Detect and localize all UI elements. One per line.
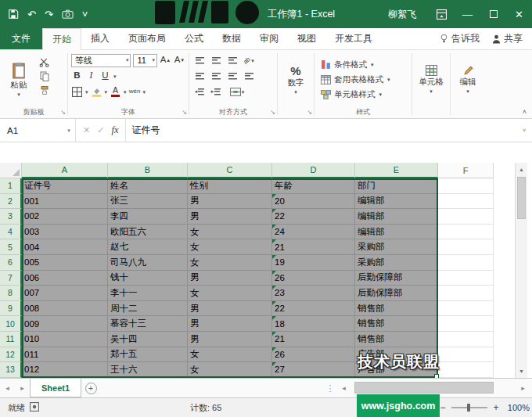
cell[interactable]: 年龄: [272, 178, 355, 194]
zoom-slider-thumb[interactable]: [467, 404, 470, 412]
cell[interactable]: 编辑部: [355, 209, 438, 225]
cell[interactable]: [438, 209, 494, 225]
scroll-up-icon[interactable]: ▲: [516, 164, 527, 175]
cell[interactable]: 男: [188, 301, 272, 317]
column-header[interactable]: F: [438, 163, 494, 178]
cell[interactable]: 男: [188, 209, 272, 225]
conditional-formatting-button[interactable]: 条件格式▾: [317, 57, 409, 72]
cell[interactable]: 郑十五: [108, 347, 188, 363]
cell[interactable]: 21: [272, 332, 355, 347]
align-right-icon[interactable]: [225, 70, 239, 82]
cell[interactable]: 吴十四: [108, 332, 188, 347]
save-icon[interactable]: [8, 9, 19, 20]
tab-file[interactable]: 文件: [0, 28, 42, 49]
cell[interactable]: 男: [188, 271, 272, 286]
column-header[interactable]: A: [22, 163, 108, 178]
column-header[interactable]: D: [272, 163, 355, 178]
cell[interactable]: [438, 362, 494, 378]
row-header[interactable]: 9: [0, 301, 22, 317]
cells-button[interactable]: 单元格 ▾: [415, 52, 448, 106]
font-color-icon[interactable]: A: [110, 86, 121, 98]
cell[interactable]: 后勤保障部: [355, 271, 438, 286]
cell[interactable]: [438, 194, 494, 210]
name-box[interactable]: A1: [0, 119, 63, 142]
cell[interactable]: 销售部: [355, 301, 438, 317]
cell[interactable]: 22: [272, 209, 355, 225]
cell[interactable]: 008: [22, 301, 108, 317]
cell[interactable]: 011: [22, 347, 108, 363]
collapse-ribbon-icon[interactable]: ˄: [523, 108, 527, 116]
vertical-scrollbar-thumb[interactable]: [517, 177, 526, 219]
cell[interactable]: [438, 347, 494, 363]
zoom-out-icon[interactable]: −: [439, 402, 447, 413]
new-sheet-button[interactable]: +: [81, 379, 100, 397]
customize-qat-icon[interactable]: ˅: [82, 9, 88, 20]
align-bottom-icon[interactable]: [225, 54, 239, 67]
cell[interactable]: 21: [272, 239, 355, 255]
cell[interactable]: 采购部: [355, 239, 438, 255]
row-header[interactable]: 10: [0, 316, 22, 332]
minimize-button[interactable]: —: [455, 0, 480, 28]
cell[interactable]: 26: [272, 347, 355, 363]
macro-record-icon[interactable]: [30, 402, 39, 413]
row-header[interactable]: 13: [0, 362, 22, 378]
enter-icon[interactable]: ✓: [97, 125, 104, 135]
sheet-tab-active[interactable]: Sheet1: [30, 379, 81, 397]
cell[interactable]: 编辑部: [355, 225, 438, 240]
shrink-font-icon[interactable]: A▼: [174, 55, 185, 67]
editing-button[interactable]: 编辑 ▾: [453, 52, 483, 106]
row-header[interactable]: 7: [0, 271, 22, 286]
row-header[interactable]: 8: [0, 286, 22, 301]
cell[interactable]: 004: [22, 239, 108, 255]
orientation-icon[interactable]: ab▾: [242, 54, 256, 67]
scroll-right-icon[interactable]: ▸: [516, 384, 530, 392]
cell[interactable]: 27: [272, 362, 355, 378]
close-button[interactable]: ✕: [506, 0, 532, 28]
format-as-table-button[interactable]: 套用表格格式▾: [317, 72, 409, 87]
decrease-indent-icon[interactable]: ◂: [192, 85, 207, 98]
align-center-icon[interactable]: [209, 70, 223, 82]
number-dialog-launcher[interactable]: ↘: [307, 110, 312, 116]
cell[interactable]: 012: [22, 362, 108, 378]
italic-button[interactable]: I: [85, 70, 97, 82]
cell[interactable]: [438, 178, 494, 194]
name-box-dropdown-icon[interactable]: ▾: [63, 119, 76, 142]
ribbon-tab[interactable]: 数据: [213, 28, 250, 49]
borders-icon[interactable]: [71, 86, 83, 98]
select-all-corner[interactable]: [0, 163, 22, 178]
horizontal-scrollbar-thumb[interactable]: [354, 382, 494, 394]
cell[interactable]: 女: [188, 255, 272, 271]
cell[interactable]: 李十一: [108, 286, 188, 301]
next-sheet-icon[interactable]: ▸: [15, 379, 30, 397]
cell[interactable]: [438, 225, 494, 240]
font-name-combo[interactable]: 等线▾: [71, 54, 131, 67]
cell[interactable]: 002: [22, 209, 108, 225]
cell[interactable]: 欧阳五六: [108, 225, 188, 240]
cell[interactable]: 男: [188, 316, 272, 332]
underline-button[interactable]: U: [99, 70, 111, 82]
cell[interactable]: 赵七: [108, 239, 188, 255]
cell[interactable]: 后勤保障部: [355, 286, 438, 301]
row-header[interactable]: 12: [0, 347, 22, 363]
cell[interactable]: 女: [188, 225, 272, 240]
ribbon-display-options-icon[interactable]: [429, 0, 455, 28]
font-size-combo[interactable]: 11▾: [133, 54, 157, 67]
insert-function-icon[interactable]: fx: [111, 124, 118, 136]
cell[interactable]: 22: [272, 301, 355, 317]
cell[interactable]: 010: [22, 332, 108, 347]
align-left-icon[interactable]: [192, 70, 207, 82]
cell[interactable]: 女: [188, 239, 272, 255]
row-header[interactable]: 5: [0, 239, 22, 255]
cell[interactable]: [438, 301, 494, 317]
cell[interactable]: 张三: [108, 194, 188, 210]
cell[interactable]: 男: [188, 194, 272, 210]
cell[interactable]: 007: [22, 286, 108, 301]
cell[interactable]: [438, 316, 494, 332]
maximize-button[interactable]: [480, 0, 506, 28]
cell[interactable]: 姓名: [108, 178, 188, 194]
cell[interactable]: 编辑部: [355, 194, 438, 210]
cell[interactable]: 26: [272, 271, 355, 286]
number-format-button[interactable]: % 数字 ▾: [280, 52, 311, 106]
cell[interactable]: 慕容十三: [108, 316, 188, 332]
cell[interactable]: 女: [188, 286, 272, 301]
